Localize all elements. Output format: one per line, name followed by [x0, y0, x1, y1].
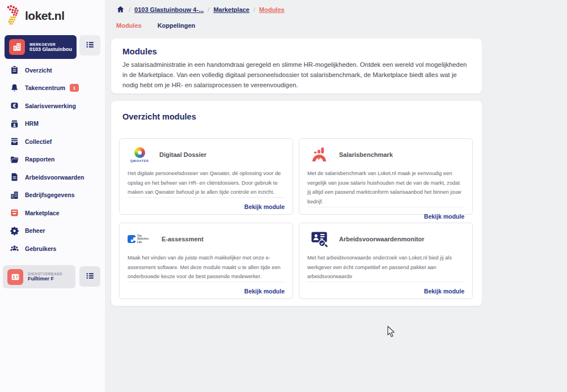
sidebar-item-salarisverwerking[interactable]: € Salarisverwerking	[0, 97, 105, 115]
sidebar-item-label: Beheer	[25, 227, 45, 234]
buildings-icon	[9, 39, 25, 55]
person-card-icon	[10, 119, 19, 129]
brand-logo[interactable]: loket.nl	[5, 3, 65, 28]
employment-context-card[interactable]: DIENSTVERBAND Fulltimer F	[3, 265, 75, 288]
loket-bird-icon	[5, 3, 23, 28]
employer-name: 0103 Glastuinbouw 4...	[29, 46, 72, 52]
qwoater-logo: QWOATER	[128, 147, 151, 163]
module-title: Arbeidsvoorwaardenmonitor	[339, 236, 424, 242]
module-title: Salarisbenchmark	[339, 151, 393, 158]
modules-intro-card: Modules Je salarisadministratie in een h…	[111, 39, 482, 93]
sidebar-item-marketplace[interactable]: Marketplace	[0, 204, 105, 222]
employer-context-card[interactable]: WERKGEVER 0103 Glastuinbouw 4...	[5, 35, 77, 59]
bekijk-module-link[interactable]: Bekijk module	[424, 213, 464, 220]
module-description: Het digitale personeelsdossier van Qwoat…	[128, 169, 285, 197]
module-card-salarisbenchmark: Salarisbenchmark Met de salarisbenchmark…	[299, 138, 473, 215]
overview-title: Overzicht modules	[122, 112, 474, 121]
sidebar-item-label: Overzicht	[25, 67, 52, 74]
users-icon	[10, 244, 19, 253]
sidebar-item-label: Arbeidsvoorwaarden	[25, 174, 84, 181]
bar-chart-gauge-icon	[307, 146, 331, 164]
module-description: Maak het vinden van de juiste match makk…	[128, 253, 285, 282]
list-switch-icon	[85, 40, 95, 52]
breadcrumb-employer[interactable]: 0103 Glastuinbouw 4-...	[134, 6, 204, 13]
sidebar-item-label: Rapporten	[25, 156, 55, 163]
sidebar-item-hrm[interactable]: HRM	[0, 115, 105, 133]
sidebar-nav: Overzicht Takencentrum 1 € Salarisverwer…	[0, 61, 105, 258]
module-card-digitaal-dossier: QWOATER Digitaal Dossier Het digitale pe…	[119, 138, 293, 215]
mouse-cursor	[387, 326, 396, 338]
sidebar-item-label: Collectief	[25, 138, 52, 145]
sidebar-item-takencentrum[interactable]: Takencentrum 1	[0, 79, 105, 97]
sidebar-item-label: Marketplace	[25, 210, 60, 216]
sidebar-item-beheer[interactable]: Beheer	[0, 222, 105, 240]
breadcrumb-separator: /	[129, 6, 130, 13]
selection-lab-logo: The Selection Lab	[128, 235, 154, 244]
module-grid: QWOATER Digitaal Dossier Het digitale pe…	[119, 138, 474, 299]
employment-type-label: DIENSTVERBAND	[28, 272, 62, 276]
module-description: Met de salarisbenchmark van Loket.nl maa…	[307, 169, 464, 207]
svg-text:€: €	[12, 103, 16, 109]
breadcrumb-separator: /	[208, 6, 209, 13]
module-description: Met het arbeidsvoorwaarde onderzoek van …	[307, 253, 464, 282]
sidebar-item-label: Gebruikers	[25, 245, 56, 252]
storefront-icon	[10, 208, 19, 218]
tab-bar: Modules Koppelingen	[116, 22, 195, 29]
employer-type-label: WERKGEVER	[29, 42, 72, 46]
employment-switch-button[interactable]	[79, 266, 100, 287]
gear-icon	[10, 226, 19, 236]
sidebar-item-rapporten[interactable]: Rapporten	[0, 151, 105, 169]
euro-icon: €	[10, 101, 19, 110]
sidebar-item-collectief[interactable]: Collectief	[0, 133, 105, 151]
sidebar-item-overzicht[interactable]: Overzicht	[0, 61, 105, 79]
document-icon	[10, 172, 19, 182]
bekijk-module-link[interactable]: Bekijk module	[244, 288, 285, 295]
modules-overview-card: Overzicht modules QWOATER Digitaal Dossi…	[111, 101, 482, 306]
sidebar-item-bedrijfsgegevens[interactable]: Bedrijfsgegevens	[0, 186, 105, 204]
sidebar-item-label: Bedrijfsgegevens	[25, 191, 75, 198]
breadcrumb-marketplace[interactable]: Marketplace	[213, 6, 249, 13]
id-badge-icon	[7, 269, 23, 285]
module-card-arbeidsvoorwaardenmonitor: Arbeidsvoorwaardenmonitor Met het arbeid…	[299, 223, 473, 299]
breadcrumb: / 0103 Glastuinbouw 4-... / Marketplace …	[116, 5, 285, 14]
sidebar-item-label: Salarisverwerking	[25, 103, 76, 109]
employment-name: Fulltimer F	[28, 276, 62, 282]
bell-icon	[10, 83, 19, 93]
breadcrumb-separator: /	[253, 6, 255, 13]
sidebar-item-gebruikers[interactable]: Gebruikers	[0, 240, 105, 258]
employer-switch-button[interactable]	[79, 35, 100, 56]
home-icon[interactable]	[116, 5, 125, 14]
page-title: Modules	[122, 46, 471, 56]
intro-text: Je salarisadministratie in een handomdra…	[122, 60, 471, 91]
module-card-e-assessment: The Selection Lab E-assessment Maak het …	[119, 223, 293, 299]
stack-icon	[10, 137, 19, 146]
bekijk-module-link[interactable]: Bekijk module	[424, 288, 464, 295]
module-title: E-assessment	[162, 236, 204, 242]
folder-icon	[10, 155, 19, 164]
buildings-icon	[10, 190, 19, 200]
tab-koppelingen[interactable]: Koppelingen	[158, 22, 196, 29]
main-content: / 0103 Glastuinbouw 4-... / Marketplace …	[105, 0, 567, 392]
bekijk-module-link[interactable]: Bekijk module	[244, 203, 285, 210]
tab-modules[interactable]: Modules	[116, 22, 142, 29]
brand-name: loket.nl	[25, 9, 65, 23]
monitor-search-icon	[307, 229, 331, 249]
breadcrumb-modules[interactable]: Modules	[259, 6, 285, 13]
clipboard-icon	[10, 65, 19, 75]
loket-app: { "brand": { "name": "loket.nl", "icon":…	[0, 0, 567, 392]
module-title: Digitaal Dossier	[159, 151, 206, 158]
task-count-badge: 1	[70, 84, 79, 92]
sidebar-item-label: HRM	[25, 120, 39, 127]
sidebar: loket.nl WERKGEVER 0103 Glastuinbouw 4..…	[0, 0, 105, 392]
list-switch-icon	[85, 271, 95, 283]
sidebar-item-label: Takencentrum	[25, 84, 65, 91]
sidebar-item-arbeidsvoorwaarden[interactable]: Arbeidsvoorwaarden	[0, 168, 105, 186]
